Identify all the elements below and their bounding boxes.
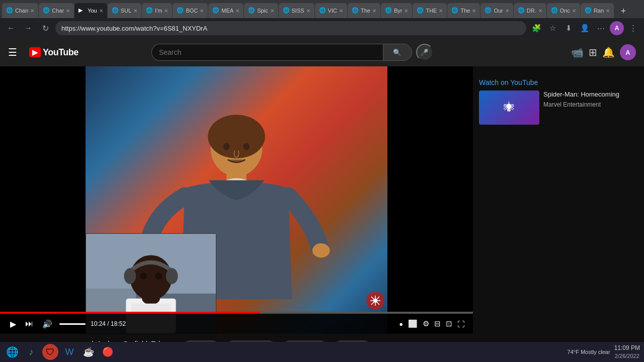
svg-point-16 [140,273,147,280]
tab-favicon-17: 🌐 [585,7,592,14]
download-icon[interactable]: ⬇ [561,21,576,35]
taskbar-java-icon[interactable]: ☕ [80,344,97,360]
tab-byr[interactable]: 🌐 Byr ✕ [381,3,413,18]
user-avatar[interactable]: A [620,44,636,60]
volume-slider[interactable] [59,323,86,325]
apps-icon[interactable]: ⊞ [589,46,597,58]
tab-dr[interactable]: 🌐 DR. ✕ [514,3,546,18]
autoplay-toggle[interactable]: ● [399,320,403,328]
svg-line-21 [371,297,374,300]
taskbar-malware-icon[interactable]: 🛡 [42,344,58,360]
settings-button[interactable]: ⚙ [423,319,429,328]
svg-point-6 [223,143,230,150]
tab-close-9[interactable]: ✕ [339,8,343,14]
tab-onc[interactable]: 🌐 Onc ✕ [547,3,580,18]
tab-close-16[interactable]: ✕ [572,8,576,14]
taskbar-word-icon[interactable]: W [61,344,77,360]
tab-close-6[interactable]: ✕ [235,8,239,14]
tab-close-4[interactable]: ✕ [164,8,168,14]
tab-sul[interactable]: 🌐 SUL ✕ [108,3,141,18]
tab-close-7[interactable]: ✕ [270,8,274,14]
tab-favicon-3: 🌐 [112,7,119,14]
tab-close-3[interactable]: ✕ [133,8,137,14]
tab-char[interactable]: 🌐 Char ✕ [39,3,74,18]
tab-close-yt[interactable]: ✕ [99,8,103,14]
tab-our[interactable]: 🌐 Our ✕ [480,3,513,18]
voice-search-button[interactable]: 🎤 [416,44,433,61]
play-button[interactable]: ▶ [8,317,18,331]
search-button[interactable]: 🔍 [383,44,412,61]
create-icon[interactable]: 📹 [571,46,584,58]
tab-favicon-12: 🌐 [417,7,424,14]
tab-close-17[interactable]: ✕ [606,8,610,14]
youtube-logo[interactable]: ▶ YouTube [29,47,78,58]
tab-vic[interactable]: 🌐 VIC ✕ [315,3,347,18]
spider-man-icon: 🕷 [504,101,515,114]
tab-the2[interactable]: 🌐 THE ✕ [413,3,447,18]
volume-icon[interactable]: 🔊 [40,317,54,331]
account-icon[interactable]: 👤 [578,21,592,35]
tab-siss[interactable]: 🌐 SISS ✕ [279,3,314,18]
tab-close-11[interactable]: ✕ [404,8,408,14]
tab-favicon: 🌐 [6,7,13,14]
tab-close-5[interactable]: ✕ [200,8,204,14]
tab-label-7: Spic [257,8,268,14]
tab-youtube[interactable]: ▶ You ✕ [74,3,107,18]
more-options-icon[interactable]: ⋮ [626,21,640,35]
address-input[interactable] [55,21,526,35]
settings-icon[interactable]: ⋯ [594,21,608,35]
notifications-icon[interactable]: 🔔 [602,46,615,58]
search-icon: 🔍 [393,49,401,56]
fullscreen-button[interactable]: ⛶ [457,320,465,328]
youtube-logo-text: YouTube [43,47,78,58]
hamburger-menu-icon[interactable]: ☰ [8,46,17,58]
video-player[interactable]: ▶ ⏭ 🔊 10:24 / 18:52 ● ⬜ ⚙ ⊟ ⊡ ⛶ [0,66,473,334]
svg-point-1 [208,115,265,158]
extensions-icon[interactable]: 🧩 [529,21,543,35]
taskbar-edge-icon[interactable]: 🌐 [4,344,20,360]
taskbar-app-icon[interactable]: 🔴 [100,344,116,360]
tab-boc[interactable]: 🌐 BOC ✕ [173,3,208,18]
tab-label-14: Our [494,8,503,14]
tab-chan[interactable]: 🌐 Chan ✕ [2,3,38,18]
video-controls: ▶ ⏭ 🔊 10:24 / 18:52 ● ⬜ ⚙ ⊟ ⊡ ⛶ [0,314,473,334]
svg-point-5 [312,243,330,257]
search-input[interactable] [151,44,383,61]
tab-close-15[interactable]: ✕ [538,8,542,14]
miniplayer-button[interactable]: ⊟ [434,319,441,328]
next-button[interactable]: ⏭ [23,317,35,330]
browser-profile[interactable]: A [610,21,624,35]
tab-favicon-15: 🌐 [518,7,525,14]
tab-close-icon[interactable]: ✕ [30,8,34,14]
tab-close-14[interactable]: ✕ [505,8,509,14]
tab-close-12[interactable]: ✕ [439,8,443,14]
star-icon[interactable]: ☆ [545,21,559,35]
time-display: 10:24 / 18:52 [91,320,126,327]
tab-favicon-6: 🌐 [212,7,219,14]
tab-the1[interactable]: 🌐 The ✕ [348,3,380,18]
tab-label-13: The [460,8,470,14]
tab-the3[interactable]: 🌐 The ✕ [447,3,480,18]
forward-button[interactable]: → [21,21,35,35]
tab-ran[interactable]: 🌐 Ran ✕ [581,3,614,18]
tab-close-13[interactable]: ✕ [472,8,476,14]
tab-mea[interactable]: 🌐 MEA ✕ [208,3,244,18]
tab-close-8[interactable]: ✕ [306,8,310,14]
taskbar-spotify-icon[interactable]: ♪ [23,344,39,360]
tab-label-8: SISS [292,8,304,14]
back-button[interactable]: ← [4,21,18,35]
sidebar-video-item[interactable]: 🕷 Spider-Man: Homecoming Marvel Entertai… [479,90,638,125]
tab-im[interactable]: 🌐 I'm ✕ [142,3,172,18]
sidebar-channel-name: Marvel Entertainment [543,101,638,108]
refresh-button[interactable]: ↻ [38,21,52,35]
watch-on-youtube-link[interactable]: Watch on YouTube [479,74,638,90]
tab-close-10[interactable]: ✕ [372,8,376,14]
svg-point-18 [142,293,160,305]
theater-mode-button[interactable]: ⊡ [446,319,452,328]
tab-label-15: DR. [527,8,536,14]
tab-close-2[interactable]: ✕ [66,8,70,14]
tab-favicon-11: 🌐 [385,7,392,14]
tab-spic[interactable]: 🌐 Spic ✕ [244,3,278,18]
subtitles-button[interactable]: ⬜ [408,319,418,328]
new-tab-button[interactable]: + [616,4,630,18]
